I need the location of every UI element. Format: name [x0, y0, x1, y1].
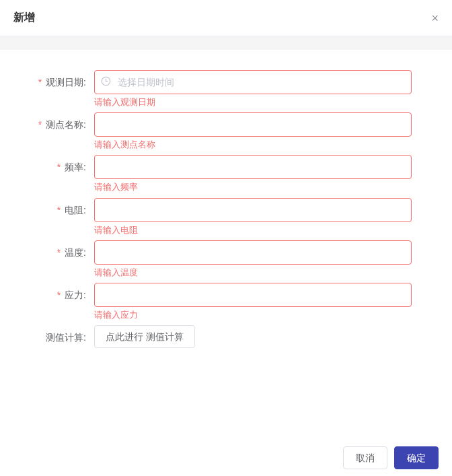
frequency-input[interactable]: [94, 155, 412, 179]
label-text: 测值计算: [46, 332, 83, 343]
close-icon: ×: [431, 11, 439, 25]
error-msg: 请输入频率: [94, 179, 412, 193]
error-msg: 请输入测点名称: [94, 137, 412, 151]
required-star: *: [57, 205, 61, 215]
form-label: 测值计算:: [27, 325, 94, 349]
cancel-button[interactable]: 取消: [343, 446, 387, 469]
label-text: 应力: [65, 290, 83, 300]
input-wrap: [94, 70, 412, 94]
input-wrap: [94, 283, 412, 307]
form-content: 请输入测点名称: [94, 112, 412, 151]
required-star: *: [57, 290, 61, 300]
error-msg: 请输入电阻: [94, 222, 412, 236]
form-content: 请输入频率: [94, 155, 412, 193]
point-name-input[interactable]: [94, 112, 412, 137]
label-text: 温度: [65, 247, 83, 258]
observe-date-input[interactable]: [94, 70, 412, 94]
form-content: 请输入应力: [94, 283, 412, 321]
form-item-frequency: * 频率: 请输入频率: [27, 155, 412, 193]
input-wrap: [94, 155, 412, 179]
label-text: 观测日期: [46, 77, 83, 88]
label-text: 电阻: [65, 205, 83, 215]
form-item-resistance: * 电阻: 请输入电阻: [27, 198, 412, 236]
label-text: 频率: [65, 162, 83, 172]
calc-button[interactable]: 点此进行 测值计算: [94, 325, 195, 348]
form-label: * 温度:: [27, 240, 94, 265]
close-button[interactable]: ×: [431, 12, 439, 24]
label-text: 测点名称: [46, 119, 83, 130]
form-item-temperature: * 温度: 请输入温度: [27, 240, 412, 279]
form-content: 点此进行 测值计算: [94, 325, 412, 348]
resistance-input[interactable]: [94, 198, 412, 222]
confirm-button[interactable]: 确定: [394, 446, 439, 469]
error-msg: 请输入应力: [94, 307, 412, 321]
input-wrap: [94, 240, 412, 265]
error-msg: 请输入温度: [94, 265, 412, 279]
input-wrap: [94, 112, 412, 137]
form-label: * 测点名称:: [27, 112, 94, 137]
dialog-body: * 观测日期: 请输入观测日期 * 测点名称: 请输入测点名称: [0, 50, 452, 360]
error-msg: 请输入观测日期: [94, 94, 412, 108]
input-wrap: [94, 198, 412, 222]
header-separator: [0, 36, 452, 50]
dialog-footer: 取消 确定: [343, 446, 439, 469]
required-star: *: [38, 119, 42, 130]
form-item-point-name: * 测点名称: 请输入测点名称: [27, 112, 412, 151]
form-label: * 观测日期:: [27, 70, 94, 94]
dialog-header: 新增 ×: [0, 0, 452, 36]
form-content: 请输入温度: [94, 240, 412, 279]
form-item-stress: * 应力: 请输入应力: [27, 283, 412, 321]
temperature-input[interactable]: [94, 240, 412, 265]
form-label: * 电阻:: [27, 198, 94, 222]
required-star: *: [57, 247, 61, 258]
form-item-observe-date: * 观测日期: 请输入观测日期: [27, 70, 412, 108]
form-label: * 应力:: [27, 283, 94, 307]
dialog-title: 新增: [13, 11, 35, 25]
form-content: 请输入观测日期: [94, 70, 412, 108]
form-label: * 频率:: [27, 155, 94, 179]
required-star: *: [38, 77, 42, 88]
stress-input[interactable]: [94, 283, 412, 307]
required-star: *: [57, 162, 61, 172]
form-item-calc: 测值计算: 点此进行 测值计算: [27, 325, 412, 349]
form-content: 请输入电阻: [94, 198, 412, 236]
